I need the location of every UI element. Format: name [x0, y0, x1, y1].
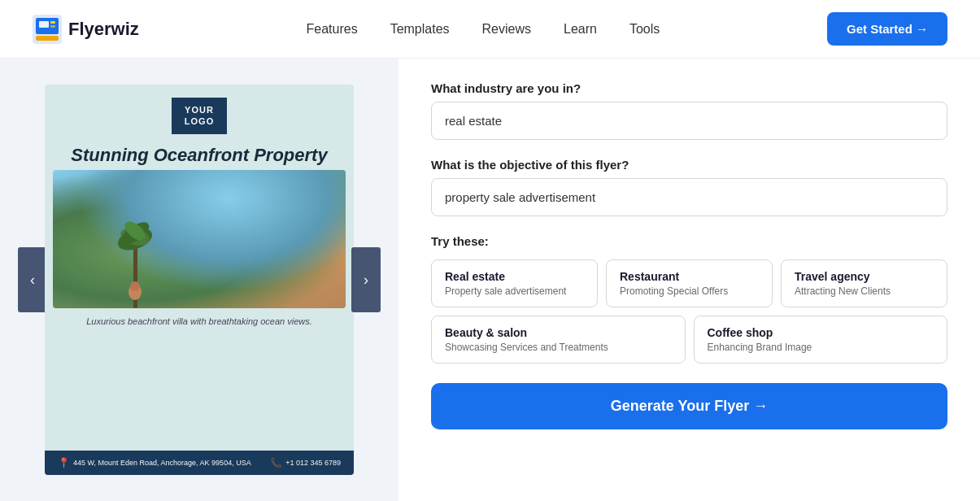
nav-reviews[interactable]: Reviews	[482, 22, 531, 36]
industry-label: What industry are you in?	[431, 81, 947, 95]
flyer-address: 📍 445 W, Mount Eden Road, Anchorage, AK …	[58, 457, 251, 468]
suggestion-beauty-salon[interactable]: Beauty & salon Showcasing Services and T…	[431, 316, 686, 364]
nav-learn[interactable]: Learn	[564, 22, 597, 36]
flyer-prev-button[interactable]: ‹	[18, 247, 47, 312]
suggestion-travel-agency[interactable]: Travel agency Attracting New Clients	[781, 259, 947, 307]
svg-rect-5	[36, 36, 59, 41]
nav-templates[interactable]: Templates	[390, 22, 450, 36]
flyer-next-button[interactable]: ›	[351, 247, 381, 312]
nav-links: Features Templates Reviews Learn Tools	[306, 22, 660, 37]
logo: Flyerwiz	[33, 15, 139, 44]
right-panel: What industry are you in? What is the ob…	[399, 59, 980, 501]
generate-flyer-button[interactable]: Generate Your Flyer →	[431, 383, 947, 429]
svg-rect-4	[50, 25, 55, 28]
get-started-button[interactable]: Get Started →	[827, 12, 947, 46]
try-these-section: Try these: Real estate Property sale adv…	[431, 234, 947, 364]
flyer-image-bg	[53, 170, 346, 308]
svg-rect-3	[50, 21, 55, 24]
logo-text: Flyerwiz	[68, 19, 139, 40]
phone-icon: 📞	[270, 457, 282, 468]
flyerwiz-logo-icon	[33, 15, 62, 44]
nav-tools[interactable]: Tools	[629, 22, 660, 36]
industry-input[interactable]	[431, 102, 947, 140]
navbar: Flyerwiz Features Templates Reviews Lear…	[0, 0, 980, 59]
svg-point-12	[130, 281, 140, 291]
nav-features[interactable]: Features	[306, 22, 357, 36]
svg-rect-2	[39, 21, 49, 28]
flyer-logo-box: YOUR LOGO	[172, 98, 227, 134]
flyer-card: YOUR LOGO Stunning Oceanfront Property	[45, 85, 354, 475]
flyer-phone: 📞 +1 012 345 6789	[270, 457, 341, 468]
location-icon: 📍	[58, 457, 70, 468]
try-these-label: Try these:	[431, 234, 947, 248]
flyer-preview-panel: ‹ YOUR LOGO Stunning Oceanfront Property	[0, 59, 399, 501]
flyer-footer: 📍 445 W, Mount Eden Road, Anchorage, AK …	[45, 451, 354, 475]
main-content: ‹ YOUR LOGO Stunning Oceanfront Property	[0, 59, 980, 501]
suggestion-coffee-shop[interactable]: Coffee shop Enhancing Brand Image	[694, 316, 948, 364]
suggestion-restaurant[interactable]: Restaurant Promoting Special Offers	[606, 259, 773, 307]
industry-group: What industry are you in?	[431, 81, 947, 140]
flyer-image	[53, 170, 346, 308]
suggestion-real-estate[interactable]: Real estate Property sale advertisement	[431, 259, 598, 307]
objective-input[interactable]	[431, 178, 947, 216]
objective-label: What is the objective of this flyer?	[431, 158, 947, 172]
suggestion-row-2: Beauty & salon Showcasing Services and T…	[431, 316, 947, 364]
palm-tree-icon	[117, 203, 154, 308]
flyer-title: Stunning Oceanfront Property	[45, 137, 354, 171]
objective-group: What is the objective of this flyer?	[431, 158, 947, 216]
suggestion-row-1: Real estate Property sale advertisement …	[431, 259, 947, 307]
flyer-logo-area: YOUR LOGO	[45, 85, 354, 137]
flyer-subtitle: Luxurious beachfront villa with breathta…	[45, 308, 354, 332]
